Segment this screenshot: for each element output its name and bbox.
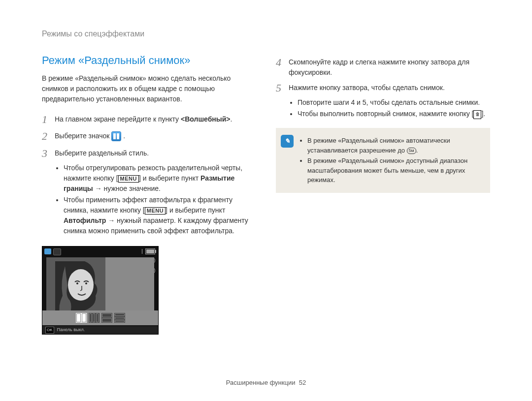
step-number: 2 <box>42 130 55 143</box>
footer-page-number: 52 <box>299 379 306 386</box>
step-5-bullets: Повторите шаги 4 и 5, чтобы сделать оста… <box>289 97 490 119</box>
layout-option <box>101 313 112 323</box>
menu-button-label: MENU <box>145 207 166 215</box>
mode-icon <box>44 248 51 254</box>
step-1-bold: <Волшебный> <box>181 115 231 123</box>
battery-icon <box>145 248 155 254</box>
step-4: 4 Скомпонуйте кадр и слегка нажмите кноп… <box>276 56 490 78</box>
step-5: 5 Нажмите кнопку затвора, чтобы сделать … <box>276 82 490 94</box>
step-number: 1 <box>42 113 55 126</box>
trash-icon: 🗑 <box>473 110 481 119</box>
step-3-bullets: Чтобы отрегулировать резкость разделител… <box>55 163 256 236</box>
list-item: Чтобы отрегулировать резкость разделител… <box>64 163 256 194</box>
layout-strip <box>42 310 158 325</box>
resolution-icon: 5м <box>407 148 416 154</box>
note-icon: ✎ <box>281 135 294 148</box>
svg-point-1 <box>76 282 78 284</box>
svg-point-2 <box>85 282 87 284</box>
step-2-text-post: . <box>123 132 125 140</box>
step-number: 4 <box>276 56 289 78</box>
split-shot-icon <box>111 131 121 141</box>
step-3-text: Выберите раздельный стиль. <box>55 147 256 160</box>
left-column: Режим «Раздельный снимок» В режиме «Разд… <box>42 52 256 379</box>
menu-button-label: MENU <box>118 175 139 183</box>
layout-option <box>76 313 87 323</box>
step-4-text: Скомпонуйте кадр и слегка нажмите кнопку… <box>289 56 490 78</box>
list-item: Повторите шаги 4 и 5, чтобы сделать оста… <box>298 97 490 108</box>
step-1-text-pre: На главном экране перейдите к пункту <box>55 115 181 123</box>
ok-button-label: OK <box>45 327 54 334</box>
mode-icon <box>53 248 61 255</box>
page-footer: Расширенные функции 52 <box>42 379 490 386</box>
breadcrumb: Режимы со спецэффектами <box>42 30 490 38</box>
note-box: ✎ В режиме «Раздельный снимок» автоматич… <box>276 128 490 193</box>
intro-text: В режиме «Раздельный снимок» можно сдела… <box>42 73 256 104</box>
step-1: 1 На главном экране перейдите к пункту <… <box>42 113 256 126</box>
list-item: Чтобы выполнить повторный снимок, нажмит… <box>298 109 490 119</box>
step-number: 3 <box>42 147 55 160</box>
camera-footer-label: Панель выкл. <box>57 327 85 334</box>
camera-preview-illustration: 5м ✦ <box>42 246 159 335</box>
list-item: В режиме «Раздельный снимок» автоматичес… <box>307 136 482 155</box>
step-5-text: Нажмите кнопку затвора, чтобы сделать сн… <box>289 82 490 94</box>
layout-option <box>89 313 100 323</box>
layout-option <box>114 313 125 323</box>
footer-section: Расширенные функции <box>226 379 296 386</box>
step-2: 2 Выберите значок . <box>42 130 256 143</box>
right-column: 4 Скомпонуйте кадр и слегка нажмите кноп… <box>276 52 490 379</box>
list-item: Чтобы применить эффект автофильтра к фра… <box>64 195 256 236</box>
face-illustration <box>55 261 104 315</box>
divider-icon <box>142 249 142 254</box>
list-item: В режиме «Раздельный снимок» доступный д… <box>307 156 482 185</box>
step-number: 5 <box>276 82 289 94</box>
step-2-text-pre: Выберите значок <box>55 132 111 140</box>
step-1-text-post: . <box>231 115 233 123</box>
step-3: 3 Выберите раздельный стиль. <box>42 147 256 160</box>
svg-point-0 <box>68 269 94 301</box>
page-title: Режим «Раздельный снимок» <box>42 52 256 68</box>
